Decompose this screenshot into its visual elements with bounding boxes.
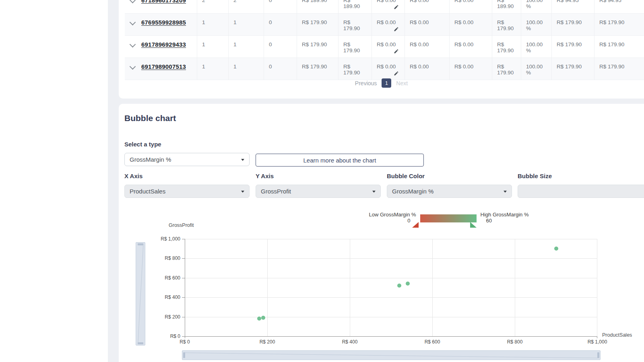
- table-cell: R$ 0.00: [450, 0, 492, 13]
- table-cell: R$ 179.90: [594, 36, 644, 58]
- table-cell: R$ 0.00: [405, 36, 450, 58]
- cell-value: R$ 0.00: [377, 19, 396, 25]
- table-cell: R$ 189.90: [492, 0, 521, 13]
- legend-gradient-bar: [420, 214, 477, 222]
- pencil-icon[interactable]: [377, 49, 400, 55]
- x-axis-label: X Axis: [124, 173, 142, 179]
- bubble-size-label: Bubble Size: [518, 173, 552, 179]
- y-axis-line: [185, 239, 185, 336]
- bubble-point[interactable]: [397, 284, 401, 288]
- bubble-color-value: GrossMargin %: [392, 188, 433, 195]
- table-row: 6917989007513 1 1 0 R$ 179.90 R$ 179.90 …: [125, 58, 644, 80]
- x-axis-select[interactable]: ProductSales: [124, 185, 250, 198]
- chevron-down-icon[interactable]: [130, 41, 136, 48]
- pagination-next[interactable]: Next: [396, 80, 408, 86]
- section-title: Bubble chart: [124, 113, 176, 123]
- caret-down-icon: [372, 191, 376, 193]
- table-cell: 100.00 %: [521, 36, 552, 58]
- gridline: [432, 239, 433, 336]
- chevron-down-icon[interactable]: [130, 19, 136, 26]
- table-cell: R$ 179.90: [339, 36, 372, 58]
- y-tick-label: R$ 400: [153, 294, 180, 300]
- table-row: 6769559928985 1 1 0 R$ 179.90 R$ 179.90 …: [125, 14, 644, 36]
- x-tick-label: R$ 200: [249, 339, 285, 345]
- slider-grip-icon[interactable]: [597, 352, 599, 358]
- table-cell: R$ 94.95: [552, 0, 594, 13]
- bubble-chart-card: Bubble chart Select a type GrossMargin %…: [119, 104, 644, 362]
- learn-more-button[interactable]: Learn more about the chart: [256, 154, 424, 167]
- bubble-point[interactable]: [257, 317, 261, 321]
- gridline: [597, 239, 597, 336]
- pencil-icon[interactable]: [377, 27, 400, 33]
- pencil-icon[interactable]: [377, 4, 400, 11]
- bubble-size-select[interactable]: [518, 185, 644, 198]
- y-axis-label: Y Axis: [256, 173, 274, 179]
- x-axis-title: ProductSales: [602, 332, 632, 338]
- cell-value: R$ 0.00: [377, 64, 396, 70]
- table-cell: 100.00 %: [521, 0, 552, 13]
- caret-down-icon: [241, 159, 244, 161]
- product-id-link[interactable]: 6917989007513: [141, 64, 186, 70]
- table-cell: 2: [229, 0, 264, 13]
- product-id-link[interactable]: 6917896929433: [141, 41, 186, 47]
- table-cell: R$ 179.90: [297, 36, 339, 58]
- plot-area: [185, 239, 597, 336]
- gridline: [185, 258, 597, 259]
- gridline: [185, 239, 597, 239]
- bubble-point[interactable]: [406, 282, 410, 286]
- table-cell: 1: [197, 58, 229, 80]
- table-cell: R$ 179.90: [339, 14, 372, 35]
- table-cell-editable: R$ 0.00: [372, 14, 405, 35]
- products-table-card: 6718960173209 2 2 0 R$ 189.90 R$ 189.90 …: [119, 0, 644, 99]
- y-axis-select[interactable]: GrossProfit: [256, 185, 381, 198]
- x-axis-line: [185, 336, 597, 337]
- table-cell: R$ 0.00: [450, 58, 492, 80]
- table-cell: R$ 179.90: [339, 58, 372, 80]
- caret-down-icon: [504, 191, 507, 193]
- slider-grip-icon[interactable]: [138, 342, 143, 344]
- table-cell: R$ 179.90: [492, 58, 521, 80]
- bubble-point[interactable]: [261, 316, 265, 320]
- y-tick: [182, 258, 185, 259]
- product-id-cell: 6769559928985: [125, 14, 197, 35]
- table-cell: R$ 179.90: [492, 36, 521, 58]
- table-cell: 0: [264, 36, 297, 58]
- x-tick-label: R$ 800: [497, 339, 533, 345]
- y-tick: [182, 317, 185, 317]
- slider-preview-line: [182, 351, 600, 360]
- bubble-color-select[interactable]: GrossMargin %: [387, 185, 512, 198]
- chart-type-select[interactable]: GrossMargin %: [124, 153, 250, 166]
- y-tick-label: R$ 0: [153, 333, 180, 339]
- legend-high-value: 60: [481, 218, 529, 224]
- x-axis-range-slider[interactable]: [182, 350, 601, 360]
- pagination-page-1[interactable]: 1: [382, 78, 391, 88]
- table-cell: R$ 0.00: [405, 14, 450, 35]
- y-tick: [182, 239, 185, 239]
- pencil-icon[interactable]: [377, 71, 400, 77]
- chevron-down-icon[interactable]: [130, 64, 136, 70]
- table-cell: 0: [264, 0, 297, 13]
- sidebar: [0, 0, 108, 362]
- table-cell: R$ 179.90: [594, 58, 644, 80]
- table-cell: R$ 179.90: [552, 36, 594, 58]
- product-id-link[interactable]: 6718960173209: [141, 0, 186, 3]
- table-cell: 1: [229, 36, 264, 58]
- y-tick: [182, 336, 185, 337]
- y-axis-range-slider[interactable]: [136, 242, 145, 346]
- bubble-point[interactable]: [554, 247, 558, 251]
- table-cell: R$ 0.00: [450, 14, 492, 35]
- slider-grip-icon[interactable]: [183, 352, 185, 358]
- table-cell: R$ 0.00: [405, 58, 450, 80]
- chevron-down-icon[interactable]: [130, 0, 136, 3]
- gridline: [185, 278, 597, 278]
- product-id-link[interactable]: 6769559928985: [141, 19, 186, 25]
- y-tick-label: R$ 800: [153, 255, 180, 261]
- slider-grip-icon[interactable]: [138, 243, 143, 245]
- caret-down-icon: [241, 191, 244, 193]
- y-tick-label: R$ 200: [153, 314, 180, 320]
- table-cell: R$ 0.00: [405, 0, 450, 13]
- pagination-previous[interactable]: Previous: [355, 80, 377, 86]
- gridline: [185, 317, 597, 317]
- table-cell: R$ 179.90: [297, 14, 339, 35]
- table-cell: 0: [264, 14, 297, 35]
